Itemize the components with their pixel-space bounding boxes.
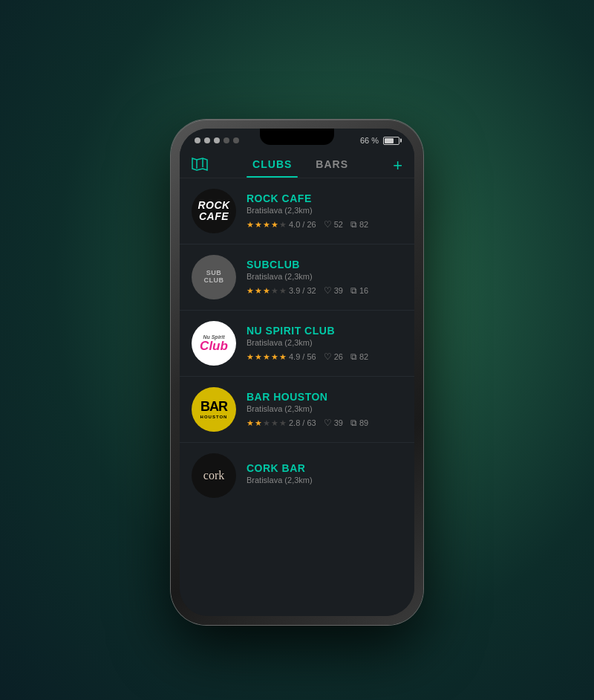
star-2: ★ — [255, 220, 262, 230]
notch — [260, 129, 334, 145]
star-1: ★ — [247, 220, 254, 230]
battery-label: 66 % — [360, 136, 379, 145]
star-4: ★ — [271, 418, 278, 428]
stars: ★ ★ ★ ★ ★ 4.9 / 56 — [247, 352, 316, 362]
club-logo-nu-spirit: Nu Spirit Club — [192, 321, 236, 366]
rating-text: 2.8 / 63 — [289, 418, 316, 427]
club-info: NU SPIRIT CLUB Bratislava (2,3km) ★ ★ ★ … — [247, 325, 402, 362]
star-1: ★ — [247, 352, 254, 362]
star-3: ★ — [263, 418, 270, 428]
club-location: Bratislava (2,3km) — [247, 338, 402, 347]
likes-stat: ♡ 26 — [324, 351, 343, 362]
club-logo-rock-cafe: ROCK CAFE — [192, 189, 236, 233]
club-name: CORK BAR — [247, 462, 402, 474]
club-info: ROCK CAFE Bratislava (2,3km) ★ ★ ★ ★ ★ 4… — [247, 192, 402, 230]
status-right: 66 % — [360, 136, 399, 145]
status-dots — [195, 137, 239, 143]
club-logo-subclub: SUB CLUB — [192, 255, 236, 299]
club-stats: ★ ★ ★ ★ ★ 4.9 / 56 ♡ 26 ⧉ — [247, 351, 402, 362]
phone-wrapper: 66 % CLUBS BARS + — [171, 120, 423, 625]
star-1: ★ — [247, 286, 254, 296]
heart-icon: ♡ — [324, 418, 332, 428]
club-info: BAR HOUSTON Bratislava (2,3km) ★ ★ ★ ★ ★… — [247, 391, 402, 428]
star-4: ★ — [271, 286, 278, 296]
club-location: Bratislava (2,3km) — [247, 272, 402, 281]
heart-icon: ♡ — [324, 351, 332, 362]
club-stats: ★ ★ ★ ★ ★ 3.9 / 32 ♡ 39 ⧉ — [247, 285, 402, 296]
signal-dot-5 — [233, 137, 239, 143]
club-info: CORK BAR Bratislava (2,3km) — [247, 462, 402, 489]
club-stats: ★ ★ ★ ★ ★ 2.8 / 63 ♡ 39 ⧉ — [247, 418, 402, 428]
tab-bars[interactable]: BARS — [304, 154, 360, 178]
copies-count: 89 — [359, 418, 368, 427]
list-item[interactable]: BAR HOUSTON BAR HOUSTON Bratislava (2,3k… — [180, 377, 414, 443]
copy-icon: ⧉ — [350, 351, 357, 362]
signal-dot-3 — [214, 137, 220, 143]
club-name: BAR HOUSTON — [247, 391, 402, 403]
signal-dot-1 — [195, 137, 200, 143]
list-item[interactable]: ROCK CAFE ROCK CAFE Bratislava (2,3km) ★… — [180, 178, 414, 244]
star-5: ★ — [279, 418, 287, 428]
club-location: Bratislava (2,3km) — [247, 476, 402, 485]
signal-dot-2 — [204, 137, 210, 143]
likes-stat: ♡ 39 — [324, 418, 343, 428]
heart-icon: ♡ — [324, 219, 332, 230]
stars: ★ ★ ★ ★ ★ 4.0 / 26 — [247, 220, 316, 230]
tab-clubs[interactable]: CLUBS — [241, 154, 304, 178]
club-logo-bar-houston: BAR HOUSTON — [192, 387, 236, 432]
signal-dot-4 — [223, 137, 229, 143]
likes-count: 39 — [334, 418, 343, 427]
club-location: Bratislava (2,3km) — [247, 206, 402, 215]
add-button[interactable]: + — [393, 156, 402, 175]
star-5: ★ — [279, 220, 287, 230]
rating-text: 4.0 / 26 — [289, 220, 316, 229]
tabs: CLUBS BARS — [208, 154, 393, 178]
list-item[interactable]: Nu Spirit Club NU SPIRIT CLUB Bratislava… — [180, 311, 414, 377]
battery-icon — [383, 137, 399, 145]
phone-screen: 66 % CLUBS BARS + — [180, 129, 414, 616]
star-3: ★ — [263, 352, 270, 362]
club-location: Bratislava (2,3km) — [247, 404, 402, 413]
club-logo-cork-bar: cork — [192, 453, 236, 498]
copies-count: 82 — [359, 220, 368, 229]
copy-icon: ⧉ — [350, 219, 357, 230]
likes-count: 39 — [334, 286, 343, 295]
star-1: ★ — [247, 418, 254, 428]
list-item[interactable]: SUB CLUB SUBCLUB Bratislava (2,3km) ★ ★ … — [180, 244, 414, 311]
rating-text: 4.9 / 56 — [289, 352, 316, 361]
star-3: ★ — [263, 286, 270, 296]
star-4: ★ — [271, 220, 278, 230]
copy-icon: ⧉ — [350, 285, 357, 296]
club-list: ROCK CAFE ROCK CAFE Bratislava (2,3km) ★… — [180, 178, 414, 616]
star-4: ★ — [271, 352, 278, 362]
star-3: ★ — [263, 220, 270, 230]
copies-stat: ⧉ 82 — [350, 219, 368, 230]
copies-stat: ⧉ 16 — [350, 285, 368, 296]
club-name: SUBCLUB — [247, 259, 402, 270]
club-info: SUBCLUB Bratislava (2,3km) ★ ★ ★ ★ ★ 3.9… — [247, 259, 402, 296]
heart-icon: ♡ — [324, 285, 332, 296]
stars: ★ ★ ★ ★ ★ 3.9 / 32 — [247, 286, 316, 296]
battery-fill — [385, 138, 394, 143]
club-name: ROCK CAFE — [247, 192, 402, 204]
likes-count: 52 — [334, 220, 343, 229]
likes-stat: ♡ 52 — [324, 219, 343, 230]
club-name: NU SPIRIT CLUB — [247, 325, 402, 337]
likes-count: 26 — [334, 352, 343, 361]
copies-count: 16 — [359, 286, 368, 295]
rating-text: 3.9 / 32 — [289, 286, 316, 295]
cork-logo-text: cork — [203, 469, 224, 482]
star-5: ★ — [279, 286, 287, 296]
map-icon[interactable] — [192, 158, 208, 175]
nav-bar: CLUBS BARS + — [180, 149, 414, 178]
copy-icon: ⧉ — [350, 418, 357, 428]
star-5: ★ — [279, 352, 287, 362]
stars: ★ ★ ★ ★ ★ 2.8 / 63 — [247, 418, 316, 428]
list-item[interactable]: cork CORK BAR Bratislava (2,3km) — [180, 443, 414, 508]
star-2: ★ — [255, 286, 262, 296]
likes-stat: ♡ 39 — [324, 285, 343, 296]
copies-count: 82 — [359, 352, 368, 361]
star-2: ★ — [255, 352, 262, 362]
copies-stat: ⧉ 89 — [350, 418, 368, 428]
copies-stat: ⧉ 82 — [350, 351, 368, 362]
